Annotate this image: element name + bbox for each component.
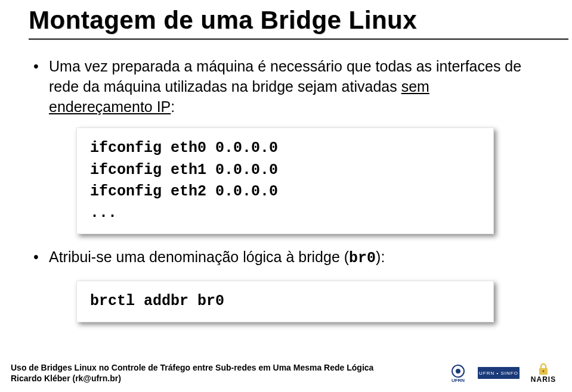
bullet-2-mono: br0 <box>349 250 376 267</box>
code-block-1: ifconfig eth0 0.0.0.0 ifconfig eth1 0.0.… <box>76 127 494 234</box>
bullet-2-text: Atribui-se uma denominação lógica à brid… <box>49 247 536 269</box>
bullet-dot: • <box>33 57 44 117</box>
bullet-1-pre: Uma vez preparada a máquina é necessário… <box>49 58 521 95</box>
bullet-2-pre: Atribui-se uma denominação lógica à brid… <box>49 248 349 265</box>
code-block-2: brctl addbr br0 <box>76 281 494 322</box>
footer-text: Uso de Bridges Linux no Controle de Tráf… <box>11 362 373 384</box>
ufrn-logo-text: UFRN <box>452 378 465 383</box>
bullet-1-text: Uma vez preparada a máquina é necessário… <box>49 57 536 117</box>
svg-point-1 <box>456 369 460 374</box>
svg-point-3 <box>542 370 544 372</box>
bullet-1-post: : <box>171 98 175 115</box>
code-line: ifconfig eth1 0.0.0.0 <box>90 160 480 181</box>
bullet-dot: • <box>33 247 44 269</box>
code-line: ... <box>90 203 480 224</box>
footer: Uso de Bridges Linux no Controle de Tráf… <box>11 362 561 384</box>
code-line: brctl addbr br0 <box>90 291 480 312</box>
bullet-1: • Uma vez preparada a máquina é necessár… <box>33 57 536 117</box>
footer-logos: UFRN UFRN • SINFO NARIS <box>444 362 561 384</box>
code-line: ifconfig eth0 0.0.0.0 <box>90 138 480 159</box>
sinfo-logo-text: UFRN • SINFO <box>479 371 518 376</box>
title-wrap: Montagem de uma Bridge Linux <box>0 0 572 40</box>
slide-title: Montagem de uma Bridge Linux <box>29 6 548 35</box>
naris-logo-text: NARIS <box>531 375 556 384</box>
naris-logo-icon: NARIS <box>525 362 561 384</box>
code-line: ifconfig eth2 0.0.0.0 <box>90 181 480 203</box>
sinfo-logo-icon: UFRN • SINFO <box>478 367 520 379</box>
ufrn-logo-icon: UFRN <box>444 363 472 383</box>
slide: Montagem de uma Bridge Linux • Uma vez p… <box>0 0 572 392</box>
footer-line-2: Ricardo Kléber (rk@ufrn.br) <box>11 373 373 384</box>
slide-body: • Uma vez preparada a máquina é necessár… <box>0 40 572 322</box>
bullet-2-post: ): <box>376 248 385 265</box>
bullet-2: • Atribui-se uma denominação lógica à br… <box>33 247 536 269</box>
footer-line-1: Uso de Bridges Linux no Controle de Tráf… <box>11 362 373 373</box>
